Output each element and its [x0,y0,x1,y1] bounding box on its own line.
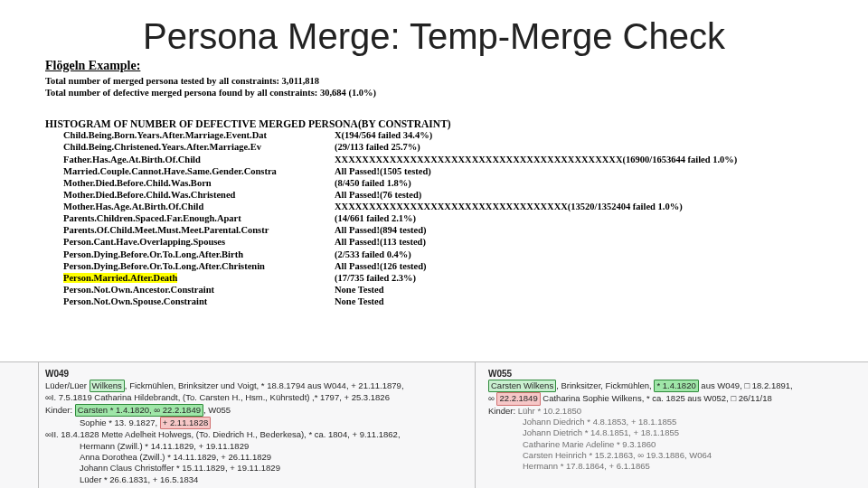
histogram-row: Mother.Has.Age.At.Birth.Of.ChildXXXXXXXX… [63,201,868,212]
histogram-row: Parents.Of.Child.Meet.Must.Meet.Parental… [63,224,868,236]
constraint-result: All Passed!(894 tested) [335,224,426,236]
kid-line: Johann Claus Christoffer * 15.11.1829, +… [45,463,457,474]
constraint-name: Mother.Has.Age.At.Birth.Of.Child [63,201,335,212]
record-line: Carsten Wilkens, Brinksitzer, Fickmühlen… [488,380,832,392]
histogram-row: Mother.Died.Before.Child.Was.Born(8/450 … [63,177,868,189]
kid-line: Johann Diedrich * 4.8.1853, + 18.1.1855 [488,417,832,427]
kid-line: Anna Dorothea (Zwill.) * 14.11.1829, + 2… [45,452,457,463]
surname-highlight: Wilkens [90,380,125,392]
constraint-result: (14/661 failed 2.1%) [335,212,416,224]
constraint-result: All Passed!(1505 tested) [335,165,431,177]
totals-block: Total number of merged persona tested by… [45,75,868,99]
date-pink-box: + 2.11.1828 [160,417,211,429]
kid-line: Lüder * 26.6.1831, + 16.5.1834 [45,474,457,485]
record-line: Kinder: Carsten * 1.4.1820, ∞ 22.2.1849 … [45,404,457,417]
histogram-row: Person.Dying.Before.Or.To.Long.After.Bir… [63,249,868,260]
kid-line: Lühr * 10.2.1850 [518,406,581,416]
record-line: Sophie * 13. 9.1827, + 2.11.1828 [45,417,457,429]
constraint-result: (8/450 failed 1.8%) [335,177,411,189]
column-separator [38,362,39,488]
example-heading: Flögeln Example: [45,59,868,73]
constraint-result: XXXXXXXXXXXXXXXXXXXXXXXXXXXXXXXXXX(13520… [335,201,683,212]
constraint-name: Person.Not.Own.Spouse.Constraint [63,296,335,307]
column-separator [475,362,476,488]
slide-title: Persona Merge: Temp-Merge Check [0,16,868,57]
constraint-result: X(194/564 failed 34.4%) [335,129,432,141]
date-green-box: Carsten * 1.4.1820, ∞ 22.2.1849 [75,404,203,417]
constraint-name: Child.Being.Born.Years.After.Marriage.Ev… [63,129,335,141]
kid-line: Hermann * 17.8.1864, + 6.1.1865 [488,461,832,472]
constraint-result: (29/113 failed 25.7%) [335,141,420,153]
histogram-table: Child.Being.Born.Years.After.Marriage.Ev… [63,129,868,307]
histogram-row: Child.Being.Born.Years.After.Marriage.Ev… [63,129,868,141]
constraint-name: Person.Not.Own.Ancestor.Constraint [63,284,335,296]
date-pink-box: 22.2.1849 [496,392,540,405]
record-line: ∞II. 18.4.1828 Mette Adelheit Holwegs, (… [45,429,457,440]
constraint-result: None Tested [335,284,384,296]
histogram-row: Father.Has.Age.At.Birth.Of.ChildXXXXXXXX… [63,154,868,165]
histogram-row: Mother.Died.Before.Child.Was.ChristenedA… [63,189,868,201]
total-tested: Total number of merged persona tested by… [45,75,868,87]
histogram-row: Person.Cant.Have.Overlapping.SpousesAll … [63,236,868,248]
histogram-heading: HISTOGRAM OF NUMBER OF DEFECTIVE MERGED … [45,118,868,129]
kid-line: Hermann (Zwill.) * 14.11.1829, + 19.11.1… [45,441,457,452]
record-id: W049 [45,368,457,380]
constraint-name: Parents.Children.Spaced.Far.Enough.Apart [63,212,335,224]
constraint-result: All Passed!(126 tested) [335,260,426,272]
constraint-name: Father.Has.Age.At.Birth.Of.Child [63,154,335,165]
record-right: W055 Carsten Wilkens, Brinksitzer, Fickm… [488,368,832,473]
histogram-row: Married.Couple.Cannot.Have.Same.Gender.C… [63,165,868,177]
histogram-row: Parents.Children.Spaced.Far.Enough.Apart… [63,212,868,224]
surname-highlight: Carsten Wilkens [488,380,556,392]
kids-list: Johann Diedrich * 4.8.1853, + 18.1.1855J… [488,417,832,473]
kids-list: Hermann (Zwill.) * 14.11.1829, + 19.11.1… [45,441,457,485]
constraint-name: Person.Married.After.Death [63,272,335,284]
kid-line: Johann Dietrich * 14.8.1851, + 18.1.1855 [488,427,832,438]
histogram-row: Person.Dying.Before.Or.To.Long.After.Chr… [63,260,868,272]
date-green-box: * 1.4.1820 [654,380,698,392]
total-defective: Total number of defective merged persona… [45,87,868,99]
constraint-name: Person.Dying.Before.Or.To.Long.After.Bir… [63,249,335,260]
constraint-name: Person.Cant.Have.Overlapping.Spouses [63,236,335,248]
constraint-result: (2/533 failed 0.4%) [335,249,411,260]
record-left: W049 Lüder/Lüer Wilkens, Fickmühlen, Bri… [45,368,457,485]
constraint-name: Married.Couple.Cannot.Have.Same.Gender.C… [63,165,335,177]
constraint-name: Mother.Died.Before.Child.Was.Born [63,177,335,189]
record-line: ∞I. 7.5.1819 Catharina Hildebrandt, (To.… [45,392,457,403]
constraint-name: Person.Dying.Before.Or.To.Long.After.Chr… [63,260,335,272]
histogram-row: Person.Married.After.Death(17/735 failed… [63,272,868,284]
constraint-result: (17/735 failed 2.3%) [335,272,416,284]
record-line: ∞ 22.2.1849 Catharina Sophie Wilkens, * … [488,392,832,405]
histogram-row: Child.Being.Christened.Years.After.Marri… [63,141,868,153]
constraint-name: Parents.Of.Child.Meet.Must.Meet.Parental… [63,224,335,236]
kid-line: Carsten Heinrich * 15.2.1863, ∞ 19.3.188… [488,450,832,461]
record-line: Lüder/Lüer Wilkens, Fickmühlen, Brinksit… [45,380,457,392]
constraint-result: All Passed!(76 tested) [335,189,421,201]
constraint-name: Mother.Died.Before.Child.Was.Christened [63,189,335,201]
kid-line: Catharine Marie Adeline * 9.3.1860 [488,439,832,450]
histogram-row: Person.Not.Own.Spouse.ConstraintNone Tes… [63,296,868,307]
record-line: Kinder: Lühr * 10.2.1850 [488,406,832,417]
constraint-result: All Passed!(113 tested) [335,236,426,248]
constraint-name: Child.Being.Christened.Years.After.Marri… [63,141,335,153]
constraint-result: XXXXXXXXXXXXXXXXXXXXXXXXXXXXXXXXXXXXXXXX… [335,154,737,165]
record-compare-zone: W049 Lüder/Lüer Wilkens, Fickmühlen, Bri… [0,361,868,488]
constraint-result: None Tested [335,296,384,307]
histogram-row: Person.Not.Own.Ancestor.ConstraintNone T… [63,284,868,296]
record-id: W055 [488,368,832,380]
